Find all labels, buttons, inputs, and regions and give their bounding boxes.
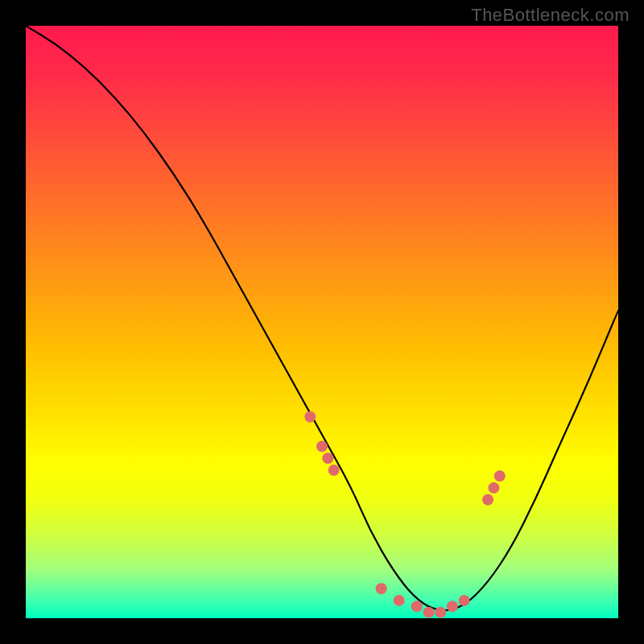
marker-point	[423, 607, 434, 618]
chart-svg	[26, 26, 618, 618]
marker-point	[316, 441, 328, 452]
marker-point	[494, 470, 506, 481]
marker-point	[482, 494, 493, 506]
marker-point	[447, 601, 458, 612]
marker-point	[322, 452, 333, 464]
marker-point	[394, 595, 405, 606]
marker-point	[435, 607, 446, 618]
watermark-text: TheBottleneck.com	[471, 5, 630, 26]
chart-plot-area	[26, 26, 618, 618]
marker-point	[328, 464, 340, 476]
marker-point	[411, 601, 423, 612]
marker-point	[488, 482, 499, 493]
marker-point	[304, 411, 316, 423]
marker-point	[376, 583, 387, 594]
marker-point	[459, 595, 470, 606]
bottleneck-curve	[26, 26, 618, 610]
